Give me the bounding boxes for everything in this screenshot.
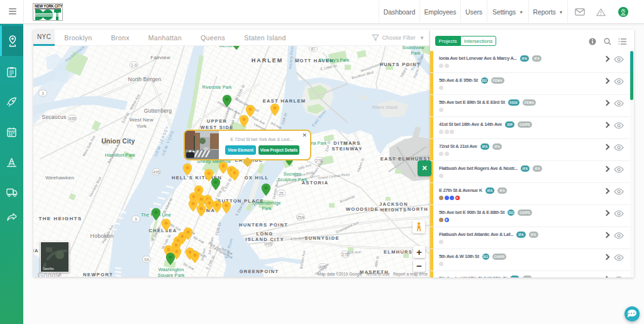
svg-text:495: 495 <box>153 170 160 174</box>
svg-text:3: 3 <box>42 91 44 96</box>
svg-text:25: 25 <box>279 191 284 196</box>
svg-text:Park: Park <box>411 51 421 55</box>
svg-text:Guttenberg: Guttenberg <box>144 108 172 114</box>
svg-text:EAST HARLEM: EAST HARLEM <box>263 98 306 104</box>
svg-text:GREENPOINT: GREENPOINT <box>240 269 279 274</box>
svg-text:9: 9 <box>135 217 137 221</box>
svg-text:Weehawken: Weehawken <box>45 175 74 181</box>
svg-text:Washington: Washington <box>158 267 184 272</box>
svg-text:HARLEM: HARLEM <box>252 57 284 64</box>
svg-text:HUNTERS POINT: HUNTERS POINT <box>239 222 288 228</box>
svg-text:West New: West New <box>130 117 153 123</box>
svg-text:NORTH CO: NORTH CO <box>408 206 430 212</box>
svg-text:NA: NA <box>33 248 39 254</box>
svg-text:Rikers Island: Rikers Island <box>372 105 397 109</box>
svg-text:DITMARS: DITMARS <box>333 140 360 146</box>
svg-text:87: 87 <box>311 47 316 51</box>
svg-text:SUNNYSIDE: SUNNYSIDE <box>304 235 339 241</box>
svg-text:Soundview: Soundview <box>402 46 425 50</box>
svg-text:25A: 25A <box>297 215 304 220</box>
svg-text:Fairview: Fairview <box>150 55 170 60</box>
svg-text:Hoboken: Hoboken <box>90 233 113 239</box>
svg-text:495: 495 <box>69 116 76 121</box>
svg-text:JACKSON: JACKSON <box>379 201 408 207</box>
svg-text:HEIGHTS: HEIGHTS <box>380 207 407 213</box>
svg-text:St. Mary's Park: St. Mary's Park <box>319 58 350 63</box>
svg-text:York: York <box>136 123 147 129</box>
svg-text:THE HEIGHTS: THE HEIGHTS <box>38 216 82 221</box>
svg-text:Riverside Park: Riverside Park <box>203 85 232 89</box>
svg-text:OX HILL: OX HILL <box>245 175 269 181</box>
svg-text:NEWPORT: NEWPORT <box>83 272 113 277</box>
svg-text:Square Park: Square Park <box>158 272 185 277</box>
svg-text:9A: 9A <box>144 257 150 262</box>
svg-text:CHELSEA: CHELSEA <box>149 228 177 233</box>
svg-text:1-9: 1-9 <box>131 63 137 67</box>
svg-text:North Bergen: North Bergen <box>128 76 162 82</box>
svg-text:WOODSIDE: WOODSIDE <box>346 206 379 212</box>
svg-text:STEINWAY: STEINWAY <box>332 146 363 152</box>
svg-text:Sculpture Park: Sculpture Park <box>277 177 308 182</box>
svg-text:Park: Park <box>262 206 272 211</box>
svg-text:ELMHURST: ELMHURST <box>384 249 416 255</box>
svg-text:Queensbridge: Queensbridge <box>252 201 280 206</box>
svg-text:Secaucus: Secaucus <box>42 114 67 120</box>
svg-text:LONG: LONG <box>257 231 274 237</box>
svg-text:ISLAND CITY: ISLAND CITY <box>245 237 284 242</box>
